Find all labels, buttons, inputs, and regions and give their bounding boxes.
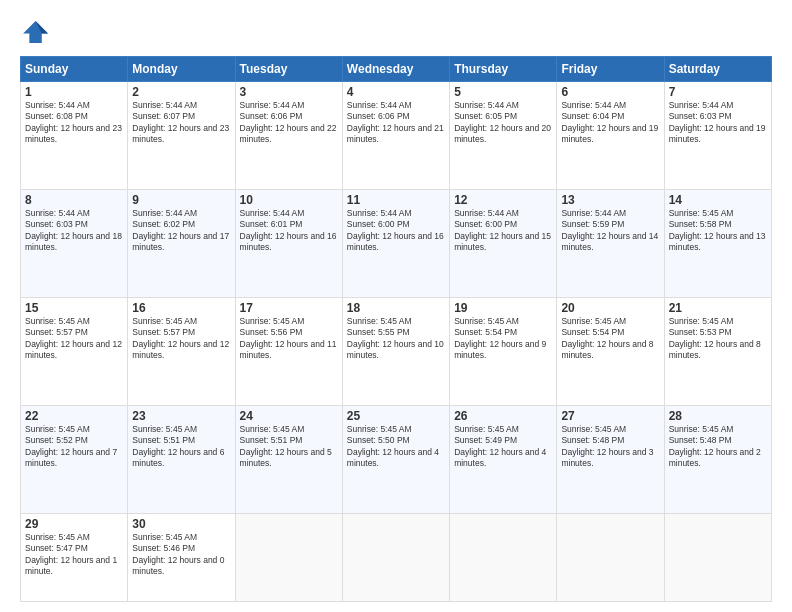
calendar-row: 8 Sunrise: 5:44 AM Sunset: 6:03 PM Dayli…	[21, 189, 772, 297]
day-cell: 30 Sunrise: 5:45 AM Sunset: 5:46 PM Dayl…	[128, 513, 235, 601]
day-number: 12	[454, 193, 552, 207]
day-info: Sunrise: 5:45 AM Sunset: 5:47 PM Dayligh…	[25, 532, 123, 578]
day-number: 16	[132, 301, 230, 315]
calendar-table: Sunday Monday Tuesday Wednesday Thursday…	[20, 56, 772, 602]
day-cell: 10 Sunrise: 5:44 AM Sunset: 6:01 PM Dayl…	[235, 189, 342, 297]
calendar-row: 22 Sunrise: 5:45 AM Sunset: 5:52 PM Dayl…	[21, 405, 772, 513]
day-info: Sunrise: 5:44 AM Sunset: 6:04 PM Dayligh…	[561, 100, 659, 146]
logo-icon	[20, 18, 48, 46]
day-number: 11	[347, 193, 445, 207]
day-cell: 6 Sunrise: 5:44 AM Sunset: 6:04 PM Dayli…	[557, 82, 664, 190]
day-number: 13	[561, 193, 659, 207]
day-number: 8	[25, 193, 123, 207]
calendar-row: 1 Sunrise: 5:44 AM Sunset: 6:08 PM Dayli…	[21, 82, 772, 190]
header-friday: Friday	[557, 57, 664, 82]
day-cell: 9 Sunrise: 5:44 AM Sunset: 6:02 PM Dayli…	[128, 189, 235, 297]
header-tuesday: Tuesday	[235, 57, 342, 82]
day-info: Sunrise: 5:45 AM Sunset: 5:58 PM Dayligh…	[669, 208, 767, 254]
day-number: 3	[240, 85, 338, 99]
day-number: 28	[669, 409, 767, 423]
day-info: Sunrise: 5:44 AM Sunset: 6:03 PM Dayligh…	[669, 100, 767, 146]
weekday-header-row: Sunday Monday Tuesday Wednesday Thursday…	[21, 57, 772, 82]
day-info: Sunrise: 5:44 AM Sunset: 5:59 PM Dayligh…	[561, 208, 659, 254]
day-number: 21	[669, 301, 767, 315]
day-cell: 25 Sunrise: 5:45 AM Sunset: 5:50 PM Dayl…	[342, 405, 449, 513]
day-cell: 14 Sunrise: 5:45 AM Sunset: 5:58 PM Dayl…	[664, 189, 771, 297]
day-cell: 24 Sunrise: 5:45 AM Sunset: 5:51 PM Dayl…	[235, 405, 342, 513]
day-cell: 28 Sunrise: 5:45 AM Sunset: 5:48 PM Dayl…	[664, 405, 771, 513]
day-cell: 8 Sunrise: 5:44 AM Sunset: 6:03 PM Dayli…	[21, 189, 128, 297]
day-info: Sunrise: 5:44 AM Sunset: 6:05 PM Dayligh…	[454, 100, 552, 146]
day-info: Sunrise: 5:44 AM Sunset: 6:00 PM Dayligh…	[347, 208, 445, 254]
day-info: Sunrise: 5:45 AM Sunset: 5:48 PM Dayligh…	[669, 424, 767, 470]
day-info: Sunrise: 5:45 AM Sunset: 5:52 PM Dayligh…	[25, 424, 123, 470]
day-info: Sunrise: 5:45 AM Sunset: 5:57 PM Dayligh…	[132, 316, 230, 362]
day-number: 25	[347, 409, 445, 423]
day-info: Sunrise: 5:44 AM Sunset: 6:01 PM Dayligh…	[240, 208, 338, 254]
day-number: 14	[669, 193, 767, 207]
day-cell: 13 Sunrise: 5:44 AM Sunset: 5:59 PM Dayl…	[557, 189, 664, 297]
day-cell: 20 Sunrise: 5:45 AM Sunset: 5:54 PM Dayl…	[557, 297, 664, 405]
day-info: Sunrise: 5:45 AM Sunset: 5:51 PM Dayligh…	[132, 424, 230, 470]
day-info: Sunrise: 5:45 AM Sunset: 5:50 PM Dayligh…	[347, 424, 445, 470]
day-cell: 19 Sunrise: 5:45 AM Sunset: 5:54 PM Dayl…	[450, 297, 557, 405]
empty-cell	[557, 513, 664, 601]
day-number: 19	[454, 301, 552, 315]
day-cell: 7 Sunrise: 5:44 AM Sunset: 6:03 PM Dayli…	[664, 82, 771, 190]
day-cell: 5 Sunrise: 5:44 AM Sunset: 6:05 PM Dayli…	[450, 82, 557, 190]
day-number: 20	[561, 301, 659, 315]
empty-cell	[342, 513, 449, 601]
day-cell: 18 Sunrise: 5:45 AM Sunset: 5:55 PM Dayl…	[342, 297, 449, 405]
day-cell: 29 Sunrise: 5:45 AM Sunset: 5:47 PM Dayl…	[21, 513, 128, 601]
day-number: 22	[25, 409, 123, 423]
day-cell: 12 Sunrise: 5:44 AM Sunset: 6:00 PM Dayl…	[450, 189, 557, 297]
day-number: 18	[347, 301, 445, 315]
day-number: 29	[25, 517, 123, 531]
day-number: 9	[132, 193, 230, 207]
header	[20, 18, 772, 46]
day-cell: 4 Sunrise: 5:44 AM Sunset: 6:06 PM Dayli…	[342, 82, 449, 190]
calendar-row: 15 Sunrise: 5:45 AM Sunset: 5:57 PM Dayl…	[21, 297, 772, 405]
day-number: 23	[132, 409, 230, 423]
header-saturday: Saturday	[664, 57, 771, 82]
empty-cell	[450, 513, 557, 601]
day-cell: 21 Sunrise: 5:45 AM Sunset: 5:53 PM Dayl…	[664, 297, 771, 405]
empty-cell	[235, 513, 342, 601]
page: Sunday Monday Tuesday Wednesday Thursday…	[0, 0, 792, 612]
day-info: Sunrise: 5:44 AM Sunset: 6:07 PM Dayligh…	[132, 100, 230, 146]
day-info: Sunrise: 5:45 AM Sunset: 5:51 PM Dayligh…	[240, 424, 338, 470]
day-number: 27	[561, 409, 659, 423]
calendar-row: 29 Sunrise: 5:45 AM Sunset: 5:47 PM Dayl…	[21, 513, 772, 601]
day-number: 17	[240, 301, 338, 315]
header-wednesday: Wednesday	[342, 57, 449, 82]
day-number: 5	[454, 85, 552, 99]
day-cell: 3 Sunrise: 5:44 AM Sunset: 6:06 PM Dayli…	[235, 82, 342, 190]
day-cell: 11 Sunrise: 5:44 AM Sunset: 6:00 PM Dayl…	[342, 189, 449, 297]
day-cell: 1 Sunrise: 5:44 AM Sunset: 6:08 PM Dayli…	[21, 82, 128, 190]
day-number: 1	[25, 85, 123, 99]
day-info: Sunrise: 5:44 AM Sunset: 6:08 PM Dayligh…	[25, 100, 123, 146]
day-info: Sunrise: 5:45 AM Sunset: 5:54 PM Dayligh…	[454, 316, 552, 362]
day-number: 4	[347, 85, 445, 99]
day-info: Sunrise: 5:45 AM Sunset: 5:46 PM Dayligh…	[132, 532, 230, 578]
day-number: 24	[240, 409, 338, 423]
day-info: Sunrise: 5:44 AM Sunset: 6:06 PM Dayligh…	[240, 100, 338, 146]
day-cell: 26 Sunrise: 5:45 AM Sunset: 5:49 PM Dayl…	[450, 405, 557, 513]
day-info: Sunrise: 5:45 AM Sunset: 5:57 PM Dayligh…	[25, 316, 123, 362]
day-info: Sunrise: 5:45 AM Sunset: 5:48 PM Dayligh…	[561, 424, 659, 470]
empty-cell	[664, 513, 771, 601]
day-info: Sunrise: 5:44 AM Sunset: 6:02 PM Dayligh…	[132, 208, 230, 254]
day-cell: 27 Sunrise: 5:45 AM Sunset: 5:48 PM Dayl…	[557, 405, 664, 513]
day-info: Sunrise: 5:45 AM Sunset: 5:49 PM Dayligh…	[454, 424, 552, 470]
day-info: Sunrise: 5:44 AM Sunset: 6:00 PM Dayligh…	[454, 208, 552, 254]
day-number: 2	[132, 85, 230, 99]
day-cell: 2 Sunrise: 5:44 AM Sunset: 6:07 PM Dayli…	[128, 82, 235, 190]
day-number: 26	[454, 409, 552, 423]
day-cell: 15 Sunrise: 5:45 AM Sunset: 5:57 PM Dayl…	[21, 297, 128, 405]
day-number: 15	[25, 301, 123, 315]
day-number: 7	[669, 85, 767, 99]
day-number: 6	[561, 85, 659, 99]
day-number: 10	[240, 193, 338, 207]
day-info: Sunrise: 5:45 AM Sunset: 5:55 PM Dayligh…	[347, 316, 445, 362]
logo	[20, 18, 52, 46]
